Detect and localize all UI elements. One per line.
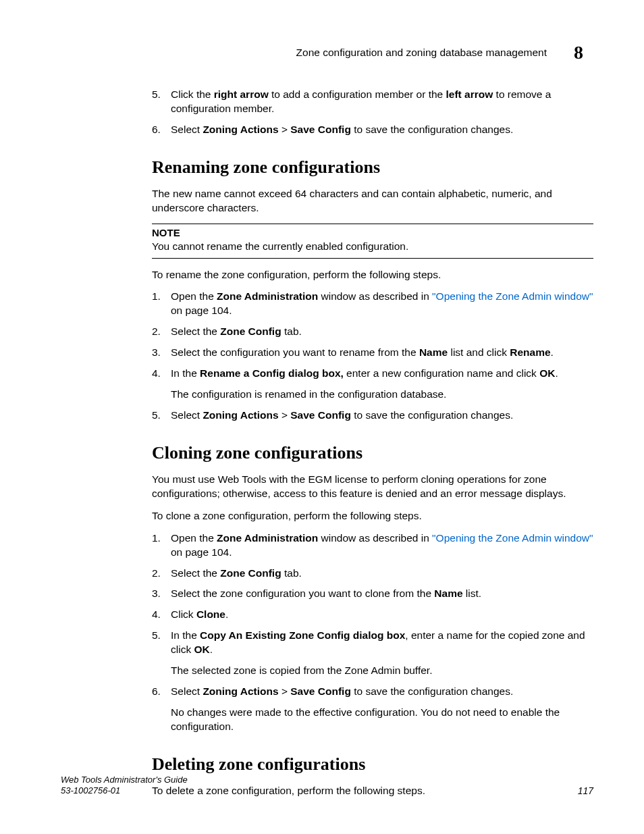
heading-cloning: Cloning zone configurations xyxy=(152,443,593,463)
intro-steps: 5. Click the right arrow to add a config… xyxy=(152,88,593,137)
step-number: 6. xyxy=(152,685,161,699)
cloning-intro: You must use Web Tools with the EGM lice… xyxy=(152,473,593,501)
step-number: 6. xyxy=(152,123,161,137)
note-title: NOTE xyxy=(152,227,593,238)
step-text: Select the configuration you want to ren… xyxy=(171,346,554,358)
heading-deleting: Deleting zone configurations xyxy=(152,754,593,775)
step-follow: The selected zone is copied from the Zon… xyxy=(171,664,593,678)
step-number: 5. xyxy=(152,409,161,423)
list-item: 5. Select Zoning Actions > Save Config t… xyxy=(152,409,593,423)
step-number: 2. xyxy=(152,325,161,339)
page: Zone configuration and zoning database m… xyxy=(0,0,644,834)
chapter-number: 8 xyxy=(574,42,583,63)
step-number: 4. xyxy=(152,367,161,381)
list-item: 4. In the Rename a Config dialog box, en… xyxy=(152,367,593,402)
list-item: 4. Click Clone. xyxy=(152,608,593,622)
step-text: Select Zoning Actions > Save Config to s… xyxy=(171,685,513,697)
page-footer: Web Tools Administrator's Guide 53-10027… xyxy=(61,775,593,797)
cloning-steps: 1. Open the Zone Administration window a… xyxy=(152,531,593,734)
step-text: Select the Zone Config tab. xyxy=(171,567,302,579)
step-text: Open the Zone Administration window as d… xyxy=(171,532,593,558)
renaming-steps: 1. Open the Zone Administration window a… xyxy=(152,290,593,422)
step-text: Select the Zone Config tab. xyxy=(171,325,302,337)
note-body: You cannot rename the currently enabled … xyxy=(152,240,593,254)
step-text: Select the zone configuration you want t… xyxy=(171,588,481,599)
step-text: In the Copy An Existing Zone Config dial… xyxy=(171,629,585,655)
step-follow: No changes were made to the effective co… xyxy=(171,706,593,734)
step-number: 2. xyxy=(152,567,161,581)
step-text: Click Clone. xyxy=(171,608,228,620)
step-text: Click the right arrow to add a configura… xyxy=(171,88,551,114)
list-item: 5. In the Copy An Existing Zone Config d… xyxy=(152,629,593,678)
step-number: 3. xyxy=(152,587,161,601)
step-text: In the Rename a Config dialog box, enter… xyxy=(171,367,558,379)
link-open-zone-admin[interactable]: "Opening the Zone Admin window" xyxy=(432,290,593,302)
list-item: 5. Click the right arrow to add a config… xyxy=(152,88,593,116)
list-item: 2. Select the Zone Config tab. xyxy=(152,567,593,581)
step-number: 4. xyxy=(152,608,161,622)
page-content: 5. Click the right arrow to add a config… xyxy=(152,88,593,806)
list-item: 3. Select the configuration you want to … xyxy=(152,346,593,360)
heading-renaming: Renaming zone configurations xyxy=(152,157,593,178)
renaming-lead: To rename the zone configuration, perfor… xyxy=(152,268,593,282)
step-number: 5. xyxy=(152,629,161,643)
footer-left: Web Tools Administrator's Guide 53-10027… xyxy=(61,775,188,797)
list-item: 3. Select the zone configuration you wan… xyxy=(152,587,593,601)
step-follow: The configuration is renamed in the conf… xyxy=(171,388,593,402)
page-header: Zone configuration and zoning database m… xyxy=(0,42,644,63)
step-number: 5. xyxy=(152,88,161,102)
step-number: 3. xyxy=(152,346,161,360)
header-row: Zone configuration and zoning database m… xyxy=(61,42,583,63)
section-header-title: Zone configuration and zoning database m… xyxy=(296,47,547,59)
step-text: Select Zoning Actions > Save Config to s… xyxy=(171,124,513,135)
list-item: 1. Open the Zone Administration window a… xyxy=(152,290,593,318)
step-number: 1. xyxy=(152,531,161,546)
list-item: 2. Select the Zone Config tab. xyxy=(152,325,593,339)
step-text: Open the Zone Administration window as d… xyxy=(171,290,593,316)
list-item: 6. Select Zoning Actions > Save Config t… xyxy=(152,123,593,137)
page-number: 117 xyxy=(578,785,593,796)
footer-doc-number: 53-1002756-01 xyxy=(61,785,188,796)
note-box: NOTE You cannot rename the currently ena… xyxy=(152,224,593,259)
list-item: 1. Open the Zone Administration window a… xyxy=(152,531,593,560)
renaming-intro: The new name cannot exceed 64 characters… xyxy=(152,187,593,215)
cloning-lead: To clone a zone configuration, perform t… xyxy=(152,509,593,523)
link-open-zone-admin[interactable]: "Opening the Zone Admin window" xyxy=(432,532,593,544)
step-number: 1. xyxy=(152,290,161,304)
step-text: Select Zoning Actions > Save Config to s… xyxy=(171,409,513,421)
list-item: 6. Select Zoning Actions > Save Config t… xyxy=(152,685,593,734)
footer-doc-title: Web Tools Administrator's Guide xyxy=(61,775,188,785)
